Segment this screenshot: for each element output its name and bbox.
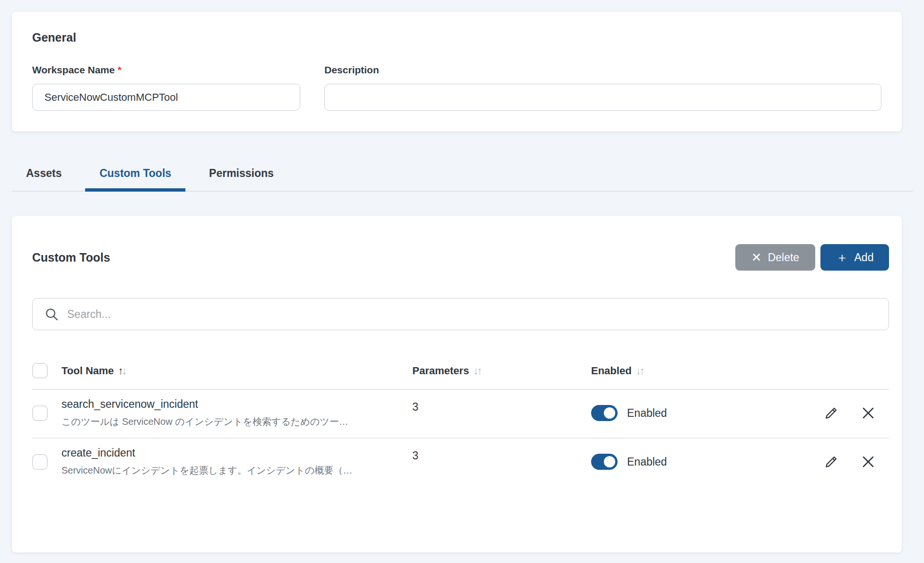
workspace-tabs: Assets Custom Tools Permissions — [12, 167, 913, 192]
tool-name-cell: search_servicenow_incident このツールは Servic… — [61, 398, 412, 428]
plus-icon: ＋ — [836, 251, 848, 264]
search-icon — [44, 307, 59, 321]
row-actions — [823, 453, 889, 470]
tool-name-cell: create_incident ServiceNowにインシデントを起票します。… — [61, 447, 412, 477]
workspace-name-field-group: Workspace Name* — [32, 64, 300, 111]
enabled-toggle[interactable] — [591, 405, 618, 421]
description-label: Description — [324, 64, 881, 76]
search-input[interactable] — [32, 298, 889, 330]
description-field-group: Description — [324, 64, 881, 111]
sort-asc-active-icon: ↑↓ — [118, 365, 126, 377]
edit-icon[interactable] — [823, 453, 840, 470]
row-checkbox-cell — [32, 405, 61, 421]
workspace-settings-page: General Workspace Name* Description Asse… — [0, 12, 924, 563]
edit-icon[interactable] — [823, 405, 840, 422]
toggle-knob — [604, 456, 615, 467]
custom-tools-table: Tool Name ↑↓ Parameters ↓↑ Enabled ↓↑ — [32, 356, 889, 486]
sort-inactive-icon: ↓↑ — [473, 365, 481, 377]
close-icon: ✕ — [751, 251, 762, 264]
custom-tools-title: Custom Tools — [32, 251, 110, 264]
required-asterisk: * — [118, 64, 122, 75]
row-actions — [823, 405, 889, 422]
remove-row-icon[interactable] — [860, 453, 877, 470]
custom-tools-card: Custom Tools ✕ Delete ＋ Add — [12, 216, 902, 553]
tab-assets[interactable]: Assets — [12, 167, 76, 192]
enabled-cell: Enabled — [591, 454, 823, 470]
enabled-toggle[interactable] — [591, 454, 618, 470]
row-checkbox[interactable] — [32, 454, 48, 470]
add-button[interactable]: ＋ Add — [820, 244, 889, 271]
enabled-label: Enabled — [627, 407, 667, 420]
tab-custom-tools[interactable]: Custom Tools — [85, 167, 185, 192]
tab-permissions[interactable]: Permissions — [195, 167, 288, 192]
tool-name: create_incident — [61, 447, 412, 459]
tool-name: search_servicenow_incident — [61, 398, 412, 411]
column-header-enabled[interactable]: Enabled ↓↑ — [591, 365, 823, 377]
enabled-label: Enabled — [627, 456, 667, 468]
row-checkbox[interactable] — [32, 405, 48, 421]
enabled-cell: Enabled — [591, 405, 823, 421]
header-checkbox-cell — [32, 363, 61, 378]
custom-tools-actions: ✕ Delete ＋ Add — [735, 244, 889, 271]
table-header-row: Tool Name ↑↓ Parameters ↓↑ Enabled ↓↑ — [32, 356, 889, 390]
select-all-checkbox[interactable] — [32, 363, 48, 378]
table-row: create_incident ServiceNowにインシデントを起票します。… — [32, 439, 889, 486]
custom-tools-header: Custom Tools ✕ Delete ＋ Add — [32, 244, 889, 271]
general-section-card: General Workspace Name* Description — [12, 12, 902, 132]
general-section-title: General — [32, 31, 881, 44]
column-header-parameters[interactable]: Parameters ↓↑ — [412, 365, 591, 377]
description-input[interactable] — [324, 84, 881, 111]
workspace-name-input[interactable] — [32, 84, 300, 111]
search-container — [32, 298, 889, 330]
general-form-row: Workspace Name* Description — [32, 64, 881, 111]
tool-description: このツールは ServiceNow のインシデントを検索するためのツー… — [61, 415, 412, 428]
tool-description: ServiceNowにインシデントを起票します。インシデントの概要（… — [61, 464, 412, 477]
row-checkbox-cell — [32, 454, 61, 470]
column-header-tool-name[interactable]: Tool Name ↑↓ — [61, 365, 412, 377]
remove-row-icon[interactable] — [860, 405, 877, 422]
parameters-count: 3 — [412, 401, 591, 413]
delete-button[interactable]: ✕ Delete — [735, 244, 815, 271]
parameters-count: 3 — [412, 449, 591, 462]
sort-inactive-icon: ↓↑ — [636, 365, 644, 377]
toggle-knob — [604, 407, 615, 419]
table-row: search_servicenow_incident このツールは Servic… — [32, 390, 889, 439]
workspace-name-label: Workspace Name* — [32, 64, 300, 76]
